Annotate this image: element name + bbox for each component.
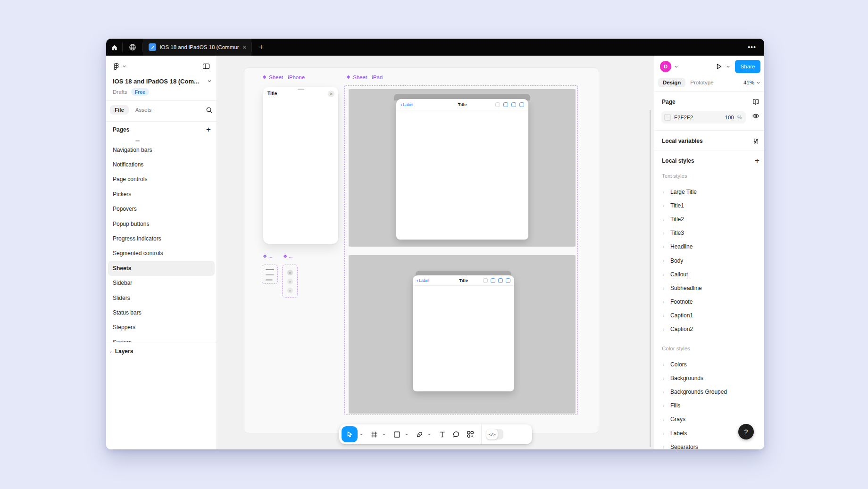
style-item[interactable]: ›Title3 xyxy=(658,226,762,240)
home-button[interactable] xyxy=(106,39,122,56)
style-item[interactable]: ›Callout xyxy=(658,267,762,281)
frame-tool-button[interactable] xyxy=(367,426,381,442)
library-button[interactable] xyxy=(752,98,760,106)
toolbar-button-icon[interactable] xyxy=(511,102,516,107)
tab-design[interactable]: Design xyxy=(658,78,685,87)
color-swatch[interactable] xyxy=(664,114,671,121)
visibility-button[interactable] xyxy=(752,112,760,120)
page-item[interactable]: Pickers xyxy=(108,187,215,201)
ipad-component-frame[interactable]: ‹Label Title xyxy=(344,85,578,415)
comment-tool-button[interactable] xyxy=(449,426,463,442)
chevron-down-icon[interactable] xyxy=(726,65,730,69)
pen-tool-menu[interactable] xyxy=(426,432,432,436)
frame-label-sheet-iphone[interactable]: ❖ Sheet - iPhone xyxy=(262,75,305,80)
ipad-sheet-frame[interactable]: ‹Label Title xyxy=(413,275,514,391)
toolbar-button-icon[interactable] xyxy=(498,278,503,283)
shape-tool-menu[interactable] xyxy=(404,432,409,436)
window-overflow-menu[interactable]: ••• xyxy=(740,39,764,56)
page-item[interactable]: Popup buttons xyxy=(108,216,215,231)
frame-tool-menu[interactable] xyxy=(381,432,387,436)
frame-label-sheet-ipad[interactable]: ❖ Sheet - iPad xyxy=(346,75,383,80)
style-item[interactable]: ›Body xyxy=(658,254,762,267)
file-tab[interactable]: iOS 18 and iPadOS 18 (Community ✕ xyxy=(143,39,251,56)
style-item[interactable]: ›Caption2 xyxy=(658,323,762,336)
chevron-down-icon[interactable] xyxy=(207,79,212,83)
style-item[interactable]: ›Colors xyxy=(658,357,762,371)
file-title-row[interactable]: iOS 18 and iPadOS 18 (Com... xyxy=(113,76,212,86)
local-variables-row[interactable]: Local variables xyxy=(662,135,760,147)
component-thumb-buttons[interactable]: ✕ ✕ ✕ xyxy=(282,265,298,298)
add-page-button[interactable]: + xyxy=(206,125,211,134)
style-item[interactable]: ›Subheadline xyxy=(658,281,762,295)
back-button[interactable]: ‹Label xyxy=(417,278,448,283)
search-button[interactable] xyxy=(206,107,213,114)
style-item[interactable]: ›Separators xyxy=(658,440,762,449)
toolbar-button-icon[interactable] xyxy=(519,102,524,107)
component-thumb-label[interactable]: ❖ ... xyxy=(283,254,292,259)
tab-file[interactable]: File xyxy=(110,105,129,115)
toolbar-button-icon[interactable] xyxy=(503,102,508,107)
frame-label-text: Sheet - iPhone xyxy=(269,75,305,80)
style-item[interactable]: ›Backgrounds xyxy=(658,371,762,385)
canvas-vertical-scrollbar[interactable] xyxy=(650,110,651,447)
style-item[interactable]: ›Fills xyxy=(658,399,762,413)
page-item[interactable]: Page controls xyxy=(108,172,215,187)
style-item[interactable]: ›Large Title xyxy=(658,185,762,199)
style-item[interactable]: ›Headline xyxy=(658,240,762,254)
new-tab-button[interactable]: + xyxy=(252,39,271,56)
pen-tool-button[interactable] xyxy=(412,426,426,442)
page-fill-row[interactable]: F2F2F2 100 % xyxy=(661,111,746,124)
page-item[interactable]: Status bars xyxy=(108,305,215,320)
style-item[interactable]: ›Footnote xyxy=(658,295,762,309)
shape-tool-button[interactable] xyxy=(390,426,404,442)
component-thumb-label[interactable]: ❖ ... xyxy=(263,254,272,259)
open-variables-button[interactable] xyxy=(752,138,760,145)
text-tool-button[interactable] xyxy=(435,426,449,442)
toolbar-button-icon[interactable] xyxy=(491,278,495,283)
opacity-value[interactable]: 100 xyxy=(725,115,734,120)
sheet-close-button[interactable]: ✕ xyxy=(328,91,334,97)
style-item[interactable]: ›Title1 xyxy=(658,199,762,212)
canvas[interactable]: ❖ Sheet - iPhone ❖ Sheet - iPad Title ✕ xyxy=(217,56,654,449)
page-item[interactable]: Sidebar xyxy=(108,276,215,290)
main-menu-button[interactable] xyxy=(113,63,126,70)
page-item[interactable]: Steppers xyxy=(108,320,215,335)
tab-prototype[interactable]: Prototype xyxy=(685,78,718,87)
style-item[interactable]: ›Title2 xyxy=(658,212,762,226)
dev-mode-toggle[interactable]: </> xyxy=(486,429,503,439)
share-button[interactable]: Share xyxy=(735,60,760,73)
tab-close-icon[interactable]: ✕ xyxy=(242,44,247,50)
avatar[interactable]: D xyxy=(660,61,671,72)
breadcrumb-location[interactable]: Drafts xyxy=(113,89,127,95)
toggle-sidebar-button[interactable] xyxy=(202,63,210,70)
page-item-selected[interactable]: Sheets xyxy=(108,261,215,275)
present-play-icon[interactable] xyxy=(715,63,723,70)
fill-hex-value[interactable]: F2F2F2 xyxy=(674,115,722,120)
ipad-sheet-frame[interactable]: ‹Label Title xyxy=(396,99,528,240)
resources-tool-button[interactable] xyxy=(463,426,477,442)
style-item[interactable]: ›Backgrounds Grouped xyxy=(658,385,762,398)
toolbar-placeholder-icon[interactable] xyxy=(495,102,500,107)
page-item[interactable]: Segmented controls xyxy=(108,246,215,261)
component-thumb-lines[interactable] xyxy=(262,265,278,284)
move-tool-button[interactable] xyxy=(342,426,358,442)
community-button[interactable] xyxy=(123,39,142,56)
iphone-sheet-frame[interactable]: Title ✕ xyxy=(263,87,338,244)
page-item[interactable]: Progress indicators xyxy=(108,231,215,246)
toolbar-button-icon[interactable] xyxy=(506,278,510,283)
back-button[interactable]: ‹Label xyxy=(401,102,442,107)
page-item[interactable]: System xyxy=(108,335,215,342)
tab-assets[interactable]: Assets xyxy=(131,105,157,115)
page-item[interactable]: Navigation bars xyxy=(108,142,215,157)
help-button[interactable]: ? xyxy=(738,424,754,439)
zoom-menu[interactable]: 41% xyxy=(743,80,760,85)
page-item[interactable]: Sliders xyxy=(108,290,215,305)
page-item[interactable]: Popovers xyxy=(108,202,215,216)
toolbar-placeholder-icon[interactable] xyxy=(483,278,488,283)
style-item[interactable]: ›Caption1 xyxy=(658,309,762,323)
page-item[interactable]: Notifications xyxy=(108,157,215,172)
add-style-button[interactable]: + xyxy=(755,156,760,166)
move-tool-menu[interactable] xyxy=(359,432,364,436)
chevron-down-icon[interactable] xyxy=(674,65,678,69)
layers-section-toggle[interactable]: › Layers xyxy=(108,344,215,358)
